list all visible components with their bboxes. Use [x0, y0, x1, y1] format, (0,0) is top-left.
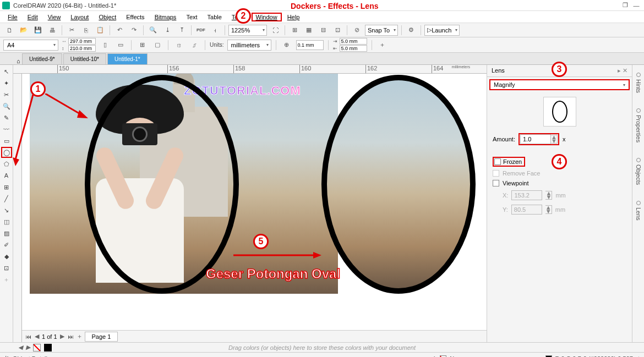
table-tool[interactable]: ⊞ [1, 182, 12, 193]
menu-help[interactable]: Help [283, 13, 304, 21]
add-preset-button[interactable]: ＋ [376, 39, 389, 51]
menu-edit[interactable]: Edit [23, 13, 42, 21]
polygon-tool[interactable]: ⬠ [1, 158, 12, 169]
all-pages-button[interactable]: ⊞ [136, 39, 148, 51]
undo-button[interactable]: ↶ [113, 24, 125, 36]
fill-tool[interactable]: ◆ [1, 251, 12, 262]
zoom-combo[interactable]: 1225% [228, 25, 267, 36]
minimize-button[interactable]: — [631, 2, 642, 9]
snap-to-combo[interactable]: Snap To [365, 25, 398, 36]
paste-button[interactable]: 📋 [94, 24, 106, 36]
crop-tool[interactable]: ✂ [1, 89, 12, 100]
outline-tool[interactable]: ⊡ [1, 262, 12, 273]
last-page-button[interactable]: ⏭ [67, 333, 75, 340]
save-button[interactable]: 💾 [32, 24, 44, 36]
first-page-button[interactable]: ⏮ [24, 333, 32, 340]
tab-untitled-10[interactable]: Untitled-10* [63, 53, 106, 64]
menu-layout[interactable]: Layout [66, 13, 93, 21]
guides-button[interactable]: ⊟ [317, 24, 329, 36]
page-layout-button[interactable]: ⎅ [173, 39, 185, 51]
add-tool-button[interactable]: ＋ [1, 274, 12, 285]
redo-button[interactable]: ↷ [128, 24, 140, 36]
rectangle-tool[interactable]: ▭ [1, 135, 12, 146]
tab-properties[interactable]: Properties [634, 106, 643, 145]
viewpoint-checkbox[interactable] [493, 180, 499, 186]
dup-x-input[interactable] [340, 38, 367, 45]
launch-combo[interactable]: ▷ Launch [424, 25, 460, 36]
zoom-tool[interactable]: 🔍 [1, 101, 12, 112]
menu-bitmaps[interactable]: Bitmaps [150, 13, 181, 21]
page-options-button[interactable]: ⎎ [188, 39, 200, 51]
prev-page-button[interactable]: ◀ [33, 333, 41, 340]
no-color-swatch[interactable] [33, 344, 41, 351]
menu-effects[interactable]: Effects [122, 13, 149, 21]
portrait-button[interactable]: ▯ [99, 39, 111, 51]
shape-tool[interactable]: ✦ [1, 78, 12, 89]
eyedropper-tool[interactable]: ✐ [1, 239, 12, 250]
align-button[interactable]: ⫞ [209, 24, 221, 36]
open-button[interactable]: 📂 [18, 24, 30, 36]
menu-file[interactable]: File [3, 13, 22, 21]
rulers-button[interactable]: ⊞ [288, 24, 301, 36]
print-button[interactable]: 🖶 [46, 24, 58, 36]
restore-icon[interactable]: ❐ [620, 2, 631, 9]
palette-scroll-left[interactable]: ◀ [17, 344, 24, 351]
fill-swatch[interactable] [440, 355, 446, 358]
page-height-input[interactable] [68, 45, 96, 52]
pick-tool[interactable]: ↖ [1, 66, 12, 77]
menu-window[interactable]: Window [252, 13, 282, 21]
canvas[interactable]: ZOTUTORIAL.COM Geser Potongan Oval [24, 74, 487, 330]
fullscreen-button[interactable]: ⛶ [269, 24, 281, 36]
text-tool[interactable]: A [1, 170, 12, 181]
dup-y-input[interactable] [340, 45, 367, 52]
amount-spinner[interactable]: ▲▼ [551, 135, 558, 144]
docker-close-icon[interactable]: ▸ ✕ [618, 67, 627, 74]
tab-objects[interactable]: Objects [634, 156, 643, 187]
import-button[interactable]: ⤓ [161, 24, 173, 36]
tab-untitled-1[interactable]: Untitled-1* [107, 53, 148, 64]
ellipse-tool[interactable]: ◯ [1, 147, 12, 158]
nudge-input[interactable] [296, 40, 324, 50]
dup-y-icon: ⇤ [333, 46, 339, 51]
page-width-input[interactable] [68, 38, 96, 45]
frozen-checkbox[interactable] [494, 158, 501, 165]
align-guides-button[interactable]: ⊡ [331, 24, 343, 36]
page-tab-1[interactable]: Page 1 [85, 332, 118, 342]
menu-view[interactable]: View [43, 13, 66, 21]
menu-table[interactable]: Table [203, 13, 226, 21]
freehand-tool[interactable]: ✎ [1, 112, 12, 123]
current-page-button[interactable]: ▢ [151, 39, 163, 51]
artistic-media-tool[interactable]: 〰 [1, 124, 12, 135]
connector-tool[interactable]: ↘ [1, 205, 12, 216]
publish-pdf-button[interactable]: PDF [195, 24, 207, 36]
dimension-tool[interactable]: ╱ [1, 193, 12, 204]
page-preset-combo[interactable]: A4 [3, 40, 58, 51]
palette-scroll-right[interactable]: ▶ [24, 344, 32, 351]
options-button[interactable]: ⚙ [405, 24, 417, 36]
home-icon[interactable]: ⌂ [17, 58, 20, 64]
search-button[interactable]: 🔍 [147, 24, 159, 36]
menu-text[interactable]: Text [182, 13, 201, 21]
transparency-tool[interactable]: ▨ [1, 228, 12, 239]
oval-shape-copy[interactable] [321, 75, 476, 294]
black-swatch[interactable] [44, 344, 52, 351]
grid-button[interactable]: ▦ [303, 24, 315, 36]
oval-shape-original[interactable] [85, 75, 239, 294]
units-combo[interactable]: millimeters [227, 40, 271, 51]
amount-input[interactable] [520, 134, 551, 144]
outline-swatch[interactable] [545, 355, 552, 358]
landscape-button[interactable]: ▭ [114, 39, 127, 51]
add-page-button[interactable]: ＋ [76, 332, 84, 340]
lens-type-dropdown[interactable]: Magnify [489, 79, 630, 90]
next-page-button[interactable]: ▶ [58, 333, 66, 340]
snap-off-button[interactable]: ⊘ [351, 24, 363, 36]
menu-object[interactable]: Object [94, 13, 121, 21]
drop-shadow-tool[interactable]: ◫ [1, 216, 12, 227]
tab-untitled-9[interactable]: Untitled-9* [22, 53, 62, 64]
export-button[interactable]: ⤒ [176, 24, 188, 36]
new-button[interactable]: 🗋 [3, 24, 15, 36]
copy-button[interactable]: ⎘ [80, 24, 92, 36]
tab-lens[interactable]: Lens [634, 199, 643, 223]
tab-hints[interactable]: Hints [634, 70, 643, 95]
cut-button[interactable]: ✂ [66, 24, 78, 36]
